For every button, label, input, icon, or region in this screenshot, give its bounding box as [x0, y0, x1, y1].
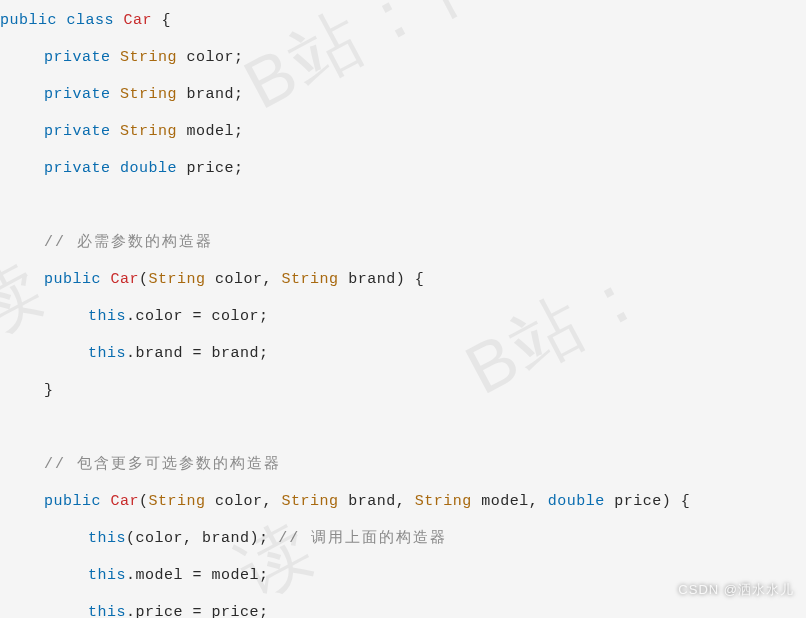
param-brand: brand: [339, 493, 396, 510]
arg-color: color: [136, 530, 184, 547]
semicolon: ;: [234, 123, 244, 140]
type-string: String: [120, 86, 177, 103]
var-ref: price: [212, 604, 260, 618]
paren-open: (: [139, 493, 149, 510]
space: [269, 530, 279, 547]
keyword-private: private: [44, 160, 111, 177]
code-line: private String model;: [0, 113, 806, 150]
code-line: private String color;: [0, 39, 806, 76]
type-string: String: [149, 493, 206, 510]
type-double: double: [120, 160, 177, 177]
keyword-public: public: [0, 12, 57, 29]
keyword-public: public: [44, 493, 101, 510]
param-color: color: [206, 271, 263, 288]
blank-line: [0, 187, 806, 224]
brace-close: }: [44, 382, 54, 399]
brace-open: {: [671, 493, 690, 510]
var-ref: color: [212, 308, 260, 325]
comma: ,: [263, 271, 282, 288]
code-line: public class Car {: [0, 2, 806, 39]
comma: ,: [183, 530, 202, 547]
keyword-this: this: [88, 308, 126, 325]
code-line: }: [0, 372, 806, 409]
type-string: String: [282, 493, 339, 510]
code-line: // 包含更多可选参数的构造器: [0, 446, 806, 483]
field-ref: model: [136, 567, 184, 584]
type-string: String: [120, 123, 177, 140]
paren-open: (: [139, 271, 149, 288]
type-string: String: [282, 271, 339, 288]
keyword-this: this: [88, 604, 126, 618]
keyword-private: private: [44, 49, 111, 66]
comment: // 包含更多可选参数的构造器: [44, 456, 281, 473]
field-price: price: [177, 160, 234, 177]
param-model: model: [472, 493, 529, 510]
keyword-public: public: [44, 271, 101, 288]
type-string: String: [120, 49, 177, 66]
keyword-this: this: [88, 530, 126, 547]
var-ref: brand: [212, 345, 260, 362]
arg-brand: brand: [202, 530, 250, 547]
code-line: // 必需参数的构造器: [0, 224, 806, 261]
field-ref: brand: [136, 345, 184, 362]
dot: .: [126, 345, 136, 362]
code-line: this(color, brand); // 调用上面的构造器: [0, 520, 806, 557]
comma: ,: [263, 493, 282, 510]
semicolon: ;: [234, 160, 244, 177]
code-line: this.color = color;: [0, 298, 806, 335]
code-line: public Car(String color, String brand) {: [0, 261, 806, 298]
field-ref: price: [136, 604, 184, 618]
brace-open: {: [405, 271, 424, 288]
constructor-name: Car: [111, 493, 140, 510]
semicolon: ;: [259, 308, 269, 325]
equals: =: [183, 567, 212, 584]
equals: =: [183, 345, 212, 362]
keyword-this: this: [88, 345, 126, 362]
code-line: private double price;: [0, 150, 806, 187]
dot: .: [126, 604, 136, 618]
semicolon: ;: [259, 567, 269, 584]
var-ref: model: [212, 567, 260, 584]
paren-close: ): [396, 271, 406, 288]
field-ref: color: [136, 308, 184, 325]
keyword-class: class: [67, 12, 115, 29]
paren-close: ): [662, 493, 672, 510]
field-brand: brand: [177, 86, 234, 103]
class-name: Car: [124, 12, 153, 29]
semicolon: ;: [259, 345, 269, 362]
constructor-name: Car: [111, 271, 140, 288]
comment: // 调用上面的构造器: [278, 530, 447, 547]
brace-open: {: [152, 12, 171, 29]
comment: // 必需参数的构造器: [44, 234, 213, 251]
type-string: String: [415, 493, 472, 510]
semicolon: ;: [234, 86, 244, 103]
comma: ,: [396, 493, 415, 510]
type-string: String: [149, 271, 206, 288]
blank-line: [0, 409, 806, 446]
semicolon: ;: [259, 604, 269, 618]
keyword-this: this: [88, 567, 126, 584]
param-color: color: [206, 493, 263, 510]
code-line: public Car(String color, String brand, S…: [0, 483, 806, 520]
semicolon: ;: [259, 530, 269, 547]
field-model: model: [177, 123, 234, 140]
code-block: public class Car { private String color;…: [0, 2, 806, 618]
comma: ,: [529, 493, 548, 510]
param-brand: brand: [339, 271, 396, 288]
dot: .: [126, 567, 136, 584]
semicolon: ;: [234, 49, 244, 66]
dot: .: [126, 308, 136, 325]
paren-close: ): [250, 530, 260, 547]
keyword-private: private: [44, 86, 111, 103]
code-line: private String brand;: [0, 76, 806, 113]
equals: =: [183, 604, 212, 618]
paren-open: (: [126, 530, 136, 547]
equals: =: [183, 308, 212, 325]
param-price: price: [605, 493, 662, 510]
type-double: double: [548, 493, 605, 510]
field-color: color: [177, 49, 234, 66]
credit-text: CSDN @洒水水儿: [678, 571, 794, 608]
code-line: this.brand = brand;: [0, 335, 806, 372]
keyword-private: private: [44, 123, 111, 140]
